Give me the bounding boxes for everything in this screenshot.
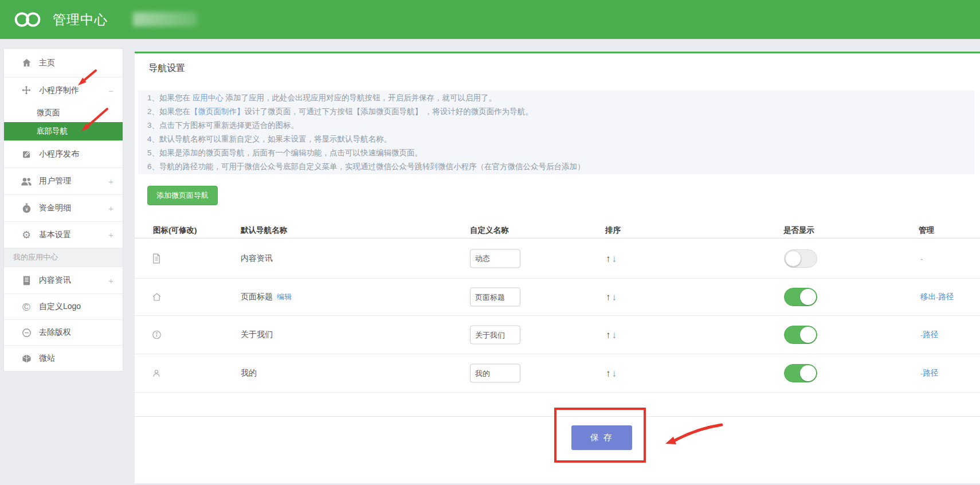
custom-name-cell <box>470 249 520 268</box>
sort-cell: ↑↓ <box>606 292 617 302</box>
sort-down-icon[interactable]: ↓ <box>612 292 617 302</box>
sort-down-icon[interactable]: ↓ <box>612 369 617 378</box>
manage-cell: - 路径 <box>920 368 939 378</box>
doc-icon <box>20 276 33 285</box>
minus-circle-icon <box>20 328 33 338</box>
custom-name-input[interactable] <box>470 326 520 345</box>
sidebar-item-label: 底部导航 <box>37 126 68 136</box>
sidebar-item-label: 我的应用中心 <box>13 252 58 263</box>
toggle-knob <box>785 251 801 267</box>
sidebar-item-content-news[interactable]: 内容资讯+ <box>4 267 123 294</box>
nav-default-name: 关于我们 <box>241 330 273 340</box>
visibility-cell <box>784 326 817 344</box>
table-row: 页面标题编辑↑↓移出 - 路径 <box>135 279 980 316</box>
sidebar-item-custom-logo[interactable]: ©自定义Logo <box>4 294 123 319</box>
remove-link[interactable]: 移出 <box>920 292 936 302</box>
sidebar-item-home[interactable]: 主页 <box>4 49 123 77</box>
sidebar-item-basic-settings[interactable]: ⚙基本设置+ <box>4 221 123 248</box>
sidebar-item-funds[interactable]: ¥资金明细+ <box>4 194 123 221</box>
sidebar-item-label: 资金明细 <box>39 203 71 213</box>
table-row: 我的↑↓- 路径 <box>135 354 980 393</box>
manage-cell: - <box>920 254 923 263</box>
sort-up-icon[interactable]: ↑ <box>606 292 611 302</box>
sidebar-item-label: 小程序制作 <box>39 85 79 96</box>
sidebar-item-label: 用户管理 <box>39 176 71 186</box>
visibility-toggle[interactable] <box>784 364 817 382</box>
copyright-icon: © <box>20 302 33 312</box>
nav-table-body: 内容资讯↑↓-页面标题编辑↑↓移出 - 路径关于我们↑↓- 路径我的↑↓- 路径 <box>135 53 980 483</box>
plus-icon[interactable]: + <box>108 276 113 285</box>
sidebar-item-label: 微站 <box>39 353 55 363</box>
toggle-knob <box>800 365 816 381</box>
custom-name-input[interactable] <box>470 364 520 383</box>
table-row: 关于我们↑↓- 路径 <box>135 316 980 354</box>
sidebar-item-label: 主页 <box>39 58 55 68</box>
toggle-knob <box>800 327 816 343</box>
minus-icon[interactable]: − <box>108 86 113 96</box>
sort-up-icon[interactable]: ↑ <box>606 330 611 340</box>
custom-name-input[interactable] <box>470 249 520 268</box>
sidebar-item-label: 内容资讯 <box>39 275 71 285</box>
footer-divider <box>135 416 980 417</box>
topbar: 管理中心 <box>0 0 980 39</box>
path-link[interactable]: 路径 <box>939 292 954 302</box>
home-outline-icon[interactable] <box>152 292 162 302</box>
nav-default-name: 页面标题编辑 <box>241 292 292 302</box>
visibility-toggle[interactable] <box>784 249 817 268</box>
file-text-icon[interactable] <box>152 253 161 264</box>
sidebar-section-my-app-center: 我的应用中心 <box>4 248 123 267</box>
manage-cell: 移出 - 路径 <box>920 292 954 302</box>
plus-icon[interactable]: + <box>108 230 113 240</box>
sidebar: 主页小程序制作−微页面底部导航小程序发布用户管理+¥资金明细+⚙基本设置+我的应… <box>3 48 123 371</box>
app-title: 管理中心 <box>53 11 108 29</box>
sidebar-item-label: 基本设置 <box>39 230 71 240</box>
sort-cell: ↑↓ <box>606 369 617 378</box>
home-icon <box>20 58 33 68</box>
sort-up-icon[interactable]: ↑ <box>606 253 611 263</box>
toggle-knob <box>800 289 816 305</box>
info-circle-icon[interactable] <box>152 330 162 340</box>
sidebar-item-user-management[interactable]: 用户管理+ <box>4 167 123 194</box>
censored-text <box>133 12 197 26</box>
plus-icon[interactable]: + <box>108 204 113 213</box>
custom-name-cell <box>470 288 520 307</box>
sort-cell: ↑↓ <box>606 330 617 340</box>
sidebar-item-label: 去除版权 <box>39 327 71 338</box>
sidebar-item-miniprogram-build[interactable]: 小程序制作− <box>4 77 123 104</box>
sidebar-item-label: 小程序发布 <box>39 149 79 159</box>
money-bag-icon: ¥ <box>20 203 33 213</box>
visibility-toggle[interactable] <box>784 288 817 306</box>
edit-link[interactable]: 编辑 <box>277 292 292 302</box>
nav-default-name: 我的 <box>241 368 257 378</box>
visibility-cell <box>784 249 817 268</box>
sort-up-icon[interactable]: ↑ <box>606 369 611 378</box>
manage-cell: - 路径 <box>920 330 939 340</box>
sidebar-item-bottom-nav[interactable]: 底部导航 <box>4 122 123 140</box>
sort-cell: ↑↓ <box>606 253 617 263</box>
sidebar-item-miniprogram-publish[interactable]: 小程序发布 <box>4 140 123 167</box>
sidebar-item-remove-copyright[interactable]: 去除版权 <box>4 319 123 345</box>
svg-text:¥: ¥ <box>25 207 28 212</box>
visibility-toggle[interactable] <box>784 326 817 344</box>
nav-default-name: 内容资讯 <box>241 253 273 264</box>
plus-icon[interactable]: + <box>108 177 113 186</box>
visibility-cell <box>784 364 817 382</box>
custom-name-input[interactable] <box>470 288 520 307</box>
sidebar-item-label: 自定义Logo <box>39 302 81 312</box>
path-link[interactable]: 路径 <box>923 330 939 340</box>
app-logo-icon <box>10 10 46 29</box>
save-button[interactable]: 保 存 <box>571 425 632 450</box>
sidebar-item-micropage[interactable]: 微页面 <box>4 104 123 122</box>
gear-icon: ⚙ <box>20 230 33 240</box>
path-link[interactable]: 路径 <box>923 368 939 378</box>
sort-down-icon[interactable]: ↓ <box>612 330 617 340</box>
sidebar-item-weisite[interactable]: 微站 <box>4 345 123 371</box>
sort-down-icon[interactable]: ↓ <box>612 253 617 263</box>
custom-name-cell <box>470 326 520 345</box>
cube-icon <box>20 354 33 363</box>
table-row: 内容资讯↑↓- <box>135 238 980 279</box>
visibility-cell <box>784 288 817 306</box>
main-panel: 导航设置 1、如果您在 应用中心 添加了应用，此处会出现应用对应的导航按钮，开启… <box>135 52 980 483</box>
user-icon[interactable] <box>152 369 161 378</box>
sidebar-item-label: 微页面 <box>37 108 60 118</box>
